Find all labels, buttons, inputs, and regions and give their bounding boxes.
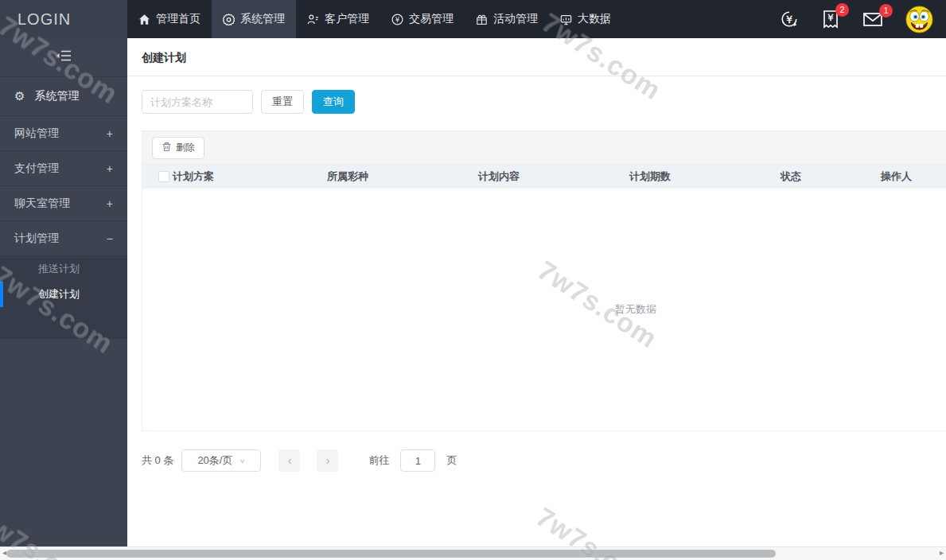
prev-page-button[interactable]: ‹ xyxy=(278,449,300,472)
nav-item-trade[interactable]: ¥ 交易管理 xyxy=(380,0,465,38)
pagination: 共 0 条 20条/页 ∨ ‹ › 前往 页 xyxy=(142,449,946,472)
collapse-minus-icon: − xyxy=(107,232,113,245)
page-size-value: 20条/页 xyxy=(197,453,232,468)
next-page-button[interactable]: › xyxy=(317,449,338,472)
empty-state-text: 暂无数据 xyxy=(615,302,656,317)
nav-item-label: 管理首页 xyxy=(156,12,200,26)
column-header: 状态 xyxy=(777,169,878,184)
mail-badge: 1 xyxy=(879,4,893,18)
reset-button[interactable]: 重置 xyxy=(261,90,304,114)
expand-plus-icon: + xyxy=(107,162,113,175)
nav-item-home[interactable]: 管理首页 xyxy=(127,0,212,38)
fold-icon xyxy=(56,49,72,65)
nav-item-system[interactable]: 系统管理 xyxy=(212,0,296,38)
sidebar-item-system[interactable]: ⚙ 系统管理 xyxy=(0,77,127,116)
gear-icon: ⚙ xyxy=(14,89,25,103)
column-header: 计划内容 xyxy=(475,169,626,184)
currency-refresh-icon[interactable]: ¥ xyxy=(779,9,800,29)
svg-text:¥: ¥ xyxy=(828,13,834,23)
sidebar-item-plan[interactable]: 计划管理 − xyxy=(0,221,127,256)
yen-circle-icon: ¥ xyxy=(391,14,403,25)
customer-icon xyxy=(307,14,319,25)
sidebar-item-label: 支付管理 xyxy=(14,161,59,176)
page-suffix-label: 页 xyxy=(446,453,457,468)
nav-item-label: 系统管理 xyxy=(240,12,285,26)
submenu-item-label: 创建计划 xyxy=(38,287,80,301)
main-content: 创建计划 重置 查询 删除 计划方案 所属彩种 xyxy=(127,38,946,546)
submenu-item-create-plan[interactable]: 创建计划 xyxy=(0,282,127,307)
page-size-select[interactable]: 20条/页 ∨ xyxy=(181,449,261,472)
page-number-input[interactable] xyxy=(400,449,435,472)
table-header-row: 计划方案 所属彩种 计划内容 计划期数 状态 操作人 xyxy=(142,165,946,189)
nav-item-activity[interactable]: 活动管理 xyxy=(465,0,549,38)
expand-plus-icon: + xyxy=(107,127,113,140)
chevron-down-icon: ∨ xyxy=(239,457,245,464)
column-header: 计划期数 xyxy=(626,169,777,184)
plan-name-search-input[interactable] xyxy=(142,90,253,114)
delete-button[interactable]: 删除 xyxy=(152,137,204,159)
select-all-checkbox[interactable] xyxy=(158,171,169,182)
horizontal-scrollbar[interactable]: ◂ ▸ xyxy=(0,546,946,560)
sidebar-item-label: 计划管理 xyxy=(14,231,59,246)
plan-submenu: 推送计划 创建计划 xyxy=(0,256,127,339)
query-button[interactable]: 查询 xyxy=(312,90,355,114)
trash-icon xyxy=(162,142,172,154)
sidebar-item-website[interactable]: 网站管理 + xyxy=(0,116,127,151)
gear-icon xyxy=(223,14,235,25)
total-count-label: 共 0 条 xyxy=(142,453,173,468)
submenu-item-label: 推送计划 xyxy=(38,262,80,276)
top-right-icons: ¥ ¥ 2 1 xyxy=(779,0,946,38)
svg-text:¥: ¥ xyxy=(395,15,400,23)
sidebar-item-payment[interactable]: 支付管理 + xyxy=(0,151,127,186)
empty-state: 暂无数据 xyxy=(142,189,946,430)
table-toolbar: 删除 xyxy=(142,131,946,165)
nav-item-label: 交易管理 xyxy=(409,12,454,26)
monitor-icon xyxy=(560,14,572,25)
sidebar-item-chatroom[interactable]: 聊天室管理 + xyxy=(0,186,127,221)
plan-table-block: 删除 计划方案 所属彩种 计划内容 计划期数 状态 操作人 暂无数据 xyxy=(142,130,946,431)
home-icon xyxy=(138,14,150,25)
nav-item-label: 活动管理 xyxy=(493,12,538,26)
sidebar-item-label: 网站管理 xyxy=(14,126,59,141)
sidebar-item-label: 聊天室管理 xyxy=(14,196,70,211)
admin-app: LOGIN 管理首页 系统管理 客户管理 xyxy=(0,0,946,560)
nav-item-label: 客户管理 xyxy=(325,12,369,26)
scroll-right-arrow-icon[interactable]: ▸ xyxy=(940,548,944,557)
top-bar: LOGIN 管理首页 系统管理 客户管理 xyxy=(0,0,946,38)
svg-text:¥: ¥ xyxy=(786,14,792,25)
top-nav: 管理首页 系统管理 客户管理 ¥ 交易管理 xyxy=(127,0,622,38)
sidebar: ⚙ 系统管理 网站管理 + 支付管理 + 聊天室管理 + 计划管理 − 推送计划… xyxy=(0,38,127,546)
nav-item-label: 大数据 xyxy=(578,12,611,26)
goto-label: 前往 xyxy=(368,453,389,468)
column-header: 所属彩种 xyxy=(324,169,475,184)
sidebar-collapse-button[interactable] xyxy=(0,38,127,77)
scrollbar-thumb[interactable] xyxy=(6,550,776,558)
mail-icon[interactable]: 1 xyxy=(862,10,884,29)
search-bar: 重置 查询 xyxy=(142,90,946,114)
column-header: 计划方案 xyxy=(169,169,324,184)
expand-plus-icon: + xyxy=(107,197,113,210)
column-header: 操作人 xyxy=(878,169,946,184)
sidebar-item-label: 系统管理 xyxy=(34,89,79,103)
user-avatar[interactable] xyxy=(905,6,933,33)
nav-item-customers[interactable]: 客户管理 xyxy=(296,0,380,38)
submenu-item-push-plan[interactable]: 推送计划 xyxy=(0,256,127,282)
app-logo[interactable]: LOGIN xyxy=(0,0,127,38)
nav-item-bigdata[interactable]: 大数据 xyxy=(549,0,622,38)
page-title: 创建计划 xyxy=(127,38,946,76)
delete-button-label: 删除 xyxy=(176,141,195,154)
bill-badge: 2 xyxy=(835,3,849,17)
gift-icon xyxy=(476,14,488,25)
bill-icon[interactable]: ¥ 2 xyxy=(821,9,840,29)
